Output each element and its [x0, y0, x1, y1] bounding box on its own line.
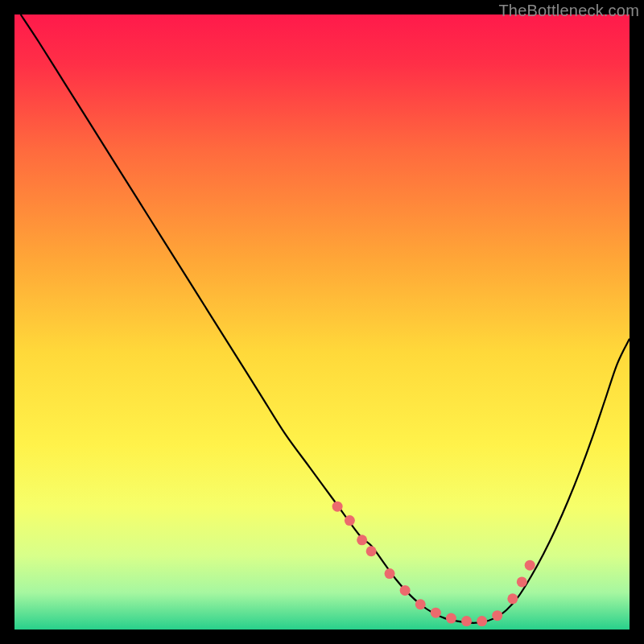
highlighted-point [400, 585, 411, 596]
highlighted-point [345, 515, 355, 526]
highlighted-point [332, 502, 343, 512]
highlighted-point [446, 613, 456, 624]
highlighted-point [517, 576, 527, 587]
highlighted-point [366, 546, 377, 556]
highlighted-point [492, 610, 502, 621]
highlighted-point [461, 616, 472, 626]
gradient-background [14, 14, 630, 630]
watermark-text: TheBottleneck.com [498, 2, 639, 20]
bottleneck-chart [14, 14, 630, 630]
highlighted-point [525, 560, 535, 571]
highlighted-point [415, 599, 426, 609]
highlighted-point [431, 608, 441, 618]
highlighted-point [477, 616, 487, 626]
highlighted-point [507, 593, 518, 604]
highlighted-point [385, 568, 395, 579]
chart-frame [14, 14, 630, 630]
highlighted-point [357, 535, 367, 545]
